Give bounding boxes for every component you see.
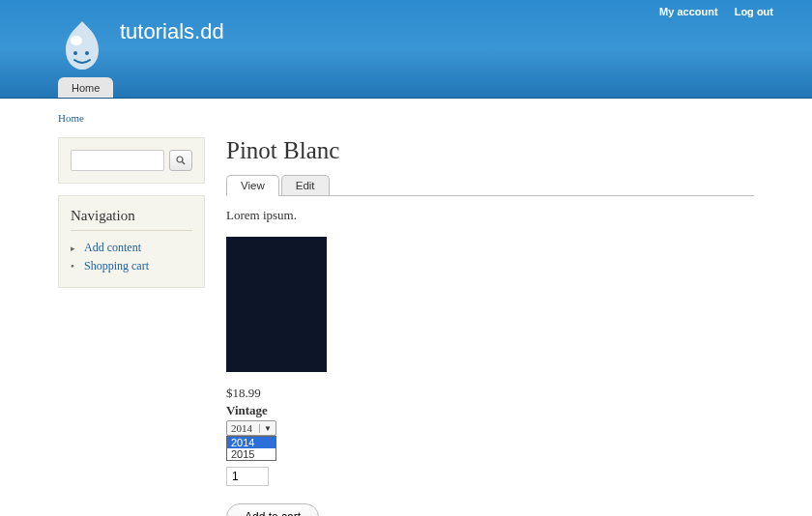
search-input[interactable]: [71, 150, 164, 171]
add-to-cart-button[interactable]: Add to cart: [226, 503, 319, 516]
search-block: [58, 137, 205, 184]
main-content: Pinot Blanc View Edit Lorem ipsum. $18.9…: [226, 137, 754, 516]
main-menu: Home: [0, 70, 812, 98]
search-icon: [176, 156, 186, 165]
vintage-selected-value: 2014: [231, 422, 252, 434]
logout-link[interactable]: Log out: [735, 6, 773, 17]
tab-edit[interactable]: Edit: [281, 175, 330, 195]
vintage-label: Vintage: [226, 403, 754, 418]
nav-add-content[interactable]: Add content: [71, 239, 192, 257]
tab-view[interactable]: View: [226, 175, 279, 196]
my-account-link[interactable]: My account: [659, 6, 718, 17]
product-image[interactable]: [226, 237, 327, 372]
nav-shopping-cart[interactable]: Shopping cart: [71, 257, 192, 275]
page-title: Pinot Blanc: [226, 137, 754, 164]
breadcrumb-home[interactable]: Home: [58, 112, 84, 124]
product-body: Lorem ipsum.: [226, 208, 754, 223]
svg-line-4: [183, 162, 186, 165]
svg-point-0: [71, 36, 82, 45]
site-name[interactable]: tutorials.dd: [120, 17, 224, 44]
svg-point-3: [177, 157, 183, 162]
menu-item-home[interactable]: Home: [58, 77, 113, 98]
svg-point-1: [73, 51, 77, 55]
breadcrumb: Home: [0, 99, 812, 137]
drupal-logo-icon[interactable]: [58, 17, 106, 72]
vintage-dropdown: 2014 2015: [226, 436, 276, 461]
site-header: My account Log out tutorials.dd Home: [0, 0, 812, 99]
local-tasks: View Edit: [226, 174, 754, 196]
navigation-block: Navigation Add content Shopping cart: [58, 195, 205, 288]
sidebar: Navigation Add content Shopping cart: [58, 137, 205, 300]
vintage-option-2014[interactable]: 2014: [227, 437, 276, 448]
user-menu: My account Log out: [646, 6, 773, 17]
svg-point-2: [85, 51, 89, 55]
nav-title: Navigation: [71, 208, 192, 231]
vintage-option-2015[interactable]: 2015: [227, 448, 276, 460]
vintage-select[interactable]: 2014 ▼ 2014 2015: [226, 420, 276, 436]
chevron-down-icon: ▼: [259, 424, 272, 433]
product-price: $18.99: [226, 386, 754, 401]
search-button[interactable]: [169, 150, 192, 171]
quantity-input[interactable]: [226, 467, 269, 486]
